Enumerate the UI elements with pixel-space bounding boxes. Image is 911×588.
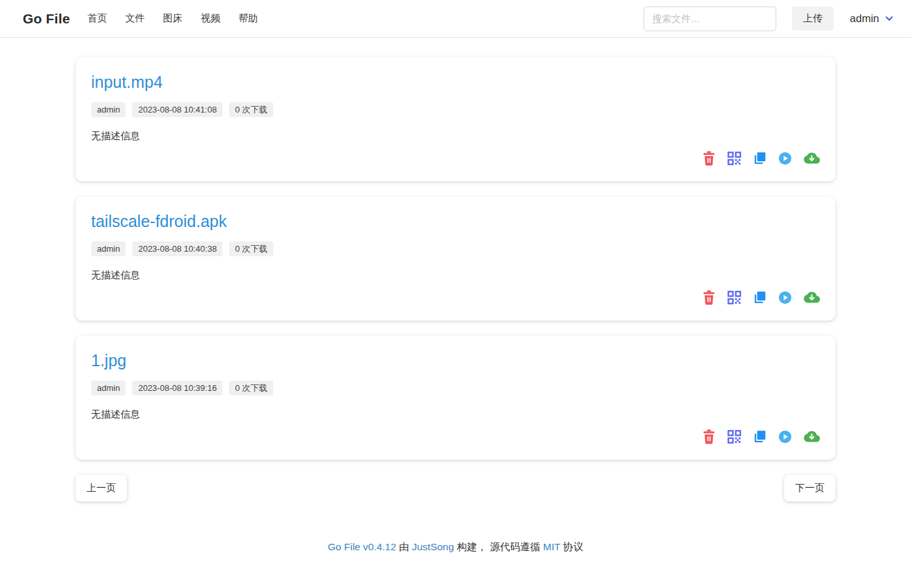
footer-text: 协议 [560, 541, 583, 552]
delete-icon[interactable] [702, 290, 716, 305]
upload-time-badge: 2023-08-08 10:41:08 [132, 102, 223, 117]
file-actions [91, 290, 820, 305]
file-actions [91, 151, 820, 166]
download-icon[interactable] [804, 290, 820, 305]
delete-icon[interactable] [702, 151, 716, 166]
footer-author-link[interactable]: JustSong [412, 541, 454, 552]
upload-time-badge: 2023-08-08 10:40:38 [132, 241, 223, 256]
play-icon[interactable] [778, 290, 792, 305]
copy-icon[interactable] [753, 290, 767, 305]
play-icon[interactable] [778, 429, 792, 444]
file-card: input.mp4 admin 2023-08-08 10:41:08 0 次下… [75, 57, 836, 181]
username-label: admin [850, 12, 879, 25]
file-name-link[interactable]: input.mp4 [91, 72, 163, 92]
download-count-badge: 0 次下载 [229, 102, 273, 117]
footer: Go File v0.4.12 由 JustSong 构建， 源代码遵循 MIT… [0, 541, 911, 554]
nav-item-home[interactable]: 首页 [88, 12, 107, 25]
upload-time-badge: 2023-08-08 10:39:16 [132, 381, 223, 395]
file-description: 无描述信息 [91, 269, 820, 282]
file-card: 1.jpg admin 2023-08-08 10:39:16 0 次下载 无描… [75, 336, 836, 460]
uploader-badge: admin [91, 102, 126, 117]
qrcode-icon[interactable] [727, 151, 741, 166]
brand-logo[interactable]: Go File [23, 11, 70, 27]
nav-item-images[interactable]: 图床 [163, 12, 183, 25]
file-meta: admin 2023-08-08 10:41:08 0 次下载 [91, 102, 820, 117]
navbar-right: 上传 admin [644, 7, 894, 31]
search-input[interactable] [644, 7, 776, 31]
nav-item-videos[interactable]: 视频 [201, 12, 221, 25]
download-count-badge: 0 次下载 [229, 381, 273, 395]
chevron-down-icon [884, 14, 894, 23]
next-page-button[interactable]: 下一页 [784, 475, 836, 501]
file-list: input.mp4 admin 2023-08-08 10:41:08 0 次下… [75, 57, 836, 460]
uploader-badge: admin [91, 381, 126, 395]
copy-icon[interactable] [753, 151, 767, 166]
nav-item-help[interactable]: 帮助 [239, 12, 258, 25]
download-icon[interactable] [804, 151, 820, 166]
footer-license-link[interactable]: MIT [543, 541, 560, 552]
footer-text: 构建， 源代码遵循 [454, 541, 543, 552]
file-description: 无描述信息 [91, 408, 820, 421]
file-meta: admin 2023-08-08 10:40:38 0 次下载 [91, 241, 820, 256]
delete-icon[interactable] [702, 429, 716, 444]
download-icon[interactable] [804, 429, 820, 444]
footer-text: 由 [396, 541, 412, 552]
file-name-link[interactable]: 1.jpg [91, 351, 126, 370]
user-dropdown[interactable]: admin [850, 12, 894, 25]
download-count-badge: 0 次下载 [229, 241, 273, 256]
play-icon[interactable] [778, 151, 792, 166]
file-name-link[interactable]: tailscale-fdroid.apk [91, 211, 226, 231]
qrcode-icon[interactable] [727, 429, 741, 444]
nav-menu: 首页 文件 图床 视频 帮助 [88, 12, 277, 25]
file-meta: admin 2023-08-08 10:39:16 0 次下载 [91, 381, 820, 395]
pagination: 上一页 下一页 [75, 475, 836, 501]
qrcode-icon[interactable] [727, 290, 741, 305]
file-card: tailscale-fdroid.apk admin 2023-08-08 10… [75, 196, 836, 321]
nav-item-files[interactable]: 文件 [126, 12, 145, 25]
copy-icon[interactable] [753, 429, 767, 444]
prev-page-button[interactable]: 上一页 [75, 475, 127, 501]
footer-version-link[interactable]: Go File v0.4.12 [328, 541, 396, 552]
uploader-badge: admin [91, 241, 126, 256]
upload-button[interactable]: 上传 [792, 7, 834, 31]
file-description: 无描述信息 [91, 130, 820, 142]
file-actions [91, 429, 820, 444]
navbar: Go File 首页 文件 图床 视频 帮助 上传 admin [0, 0, 911, 38]
